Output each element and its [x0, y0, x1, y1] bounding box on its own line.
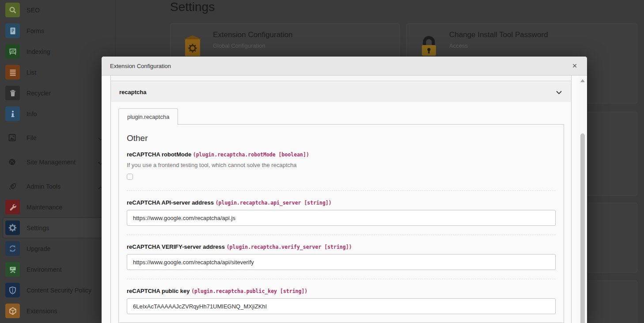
sidebar-item-environment[interactable]: Environment [0, 259, 116, 280]
sidebar-item-file[interactable]: File [0, 127, 116, 148]
chevron-down-icon [556, 88, 562, 96]
card-title: Extension Configuration [213, 30, 293, 39]
seo-icon [5, 3, 20, 17]
sidebar-item-maintenance[interactable]: Maintenance [0, 197, 116, 217]
typo3-backend-screen: Settings Extension Configuration Global … [0, 0, 644, 323]
field-label: reCAPTCHA API-server address [127, 199, 214, 206]
sidebar-item-label: File [27, 127, 37, 148]
sidebar-item-label: Upgrade [27, 238, 50, 259]
sidebar-item-label: Content Security Policy [27, 280, 91, 300]
sidebar-item-label: Site Management [27, 152, 76, 172]
sidebar-item-settings[interactable]: Settings [3, 217, 116, 238]
rocket-icon [8, 182, 16, 190]
sidebar-item-label: Forms [27, 20, 44, 41]
field-label-line: reCAPTCHA API-server address (plugin.rec… [127, 200, 556, 206]
environment-icon [5, 262, 20, 277]
sidebar-item-label: Info [27, 103, 37, 124]
accordion-body: plugin.recaptcha Other reCAPTCHA robotMo… [111, 102, 571, 323]
forms-icon [5, 23, 20, 38]
sidebar-item-label: List [27, 62, 36, 83]
scroll-up-arrow-icon[interactable] [580, 79, 585, 82]
config-field-verify_server: reCAPTCHA VERIFY-server address (plugin.… [127, 235, 556, 279]
field-label-line: reCAPTCHA VERIFY-server address (plugin.… [127, 244, 556, 250]
field-label: reCAPTCHA robotMode [127, 151, 191, 158]
sidebar-item-csp[interactable]: Content Security Policy [0, 280, 116, 300]
page-title: Settings [170, 0, 215, 14]
lock-icon [418, 34, 439, 57]
sidebar-item-label: Indexing [27, 41, 50, 62]
modal-scrollbar[interactable] [579, 76, 586, 323]
section-heading: Other [127, 133, 556, 143]
modal-header: Extension Configuration × [102, 57, 587, 76]
field-code: (plugin.recaptcha.verify_server [string]… [227, 244, 352, 250]
sidebar-item-upgrade[interactable]: Upgrade [0, 238, 116, 259]
close-icon[interactable]: × [569, 61, 580, 71]
modal-title: Extension Configuration [110, 57, 171, 76]
field-code: (plugin.recaptcha.api_server [string]) [216, 200, 332, 206]
sidebar-item-recycler[interactable]: Recycler [0, 83, 116, 103]
api_server-input[interactable] [127, 210, 556, 226]
public_key-input[interactable] [127, 298, 556, 314]
field-label: reCAPTCHA VERIFY-server address [127, 243, 225, 250]
shield-icon [5, 283, 20, 297]
sidebar-item-label: Admin Tools [27, 176, 61, 197]
sidebar-item-admintools[interactable]: Admin Tools [0, 176, 116, 197]
wrench-icon [5, 200, 20, 214]
previous-accordion-item-cutoff [111, 76, 571, 81]
field-code: (plugin.recaptcha.robotMode [boolean]) [193, 152, 309, 158]
modal-body: recaptcha plugin.recaptcha Other reCAPTC… [102, 76, 587, 323]
sidebar-item-seo[interactable]: SEO [0, 0, 116, 20]
recycler-icon [5, 86, 20, 100]
card-subtitle: Access [449, 42, 468, 49]
sidebar-item-label: Settings [27, 217, 49, 238]
robotMode-checkbox[interactable] [127, 174, 133, 180]
accordion-header-recaptcha[interactable]: recaptcha [111, 82, 571, 102]
sidebar-item-label: Extensions [27, 300, 57, 321]
config-field-public_key: reCAPTCHA public key (plugin.recaptcha.p… [127, 279, 556, 323]
sidebar-item-label: SEO [27, 0, 40, 20]
config-field-api_server: reCAPTCHA API-server address (plugin.rec… [127, 191, 556, 235]
tab-plugin-recaptcha[interactable]: plugin.recaptcha [118, 108, 178, 125]
extension-configuration-modal: Extension Configuration × recaptcha plug… [102, 57, 587, 323]
info-icon [5, 106, 20, 121]
verify_server-input[interactable] [127, 254, 556, 270]
tab-panel: Other reCAPTCHA robotMode (plugin.recapt… [118, 124, 564, 323]
sidebar-item-list[interactable]: List [0, 62, 116, 83]
sidebar-item-site[interactable]: Site Management [0, 152, 116, 172]
scrollbar-thumb[interactable] [580, 133, 585, 323]
extension-accordion-group: recaptcha plugin.recaptcha Other reCAPTC… [110, 76, 572, 323]
globe-icon [8, 158, 16, 166]
sidebar-item-label: Recycler [27, 83, 51, 103]
card-title: Change Install Tool Password [449, 30, 548, 39]
sidebar-item-label: Environment [27, 259, 62, 280]
sidebar-item-info[interactable]: Info [0, 103, 116, 124]
extensions-icon [5, 304, 20, 318]
upgrade-icon [5, 241, 20, 256]
file-icon [8, 134, 16, 141]
package-gear-icon [182, 34, 203, 57]
accordion-title: recaptcha [119, 89, 146, 95]
card-subtitle: Global Configuration [213, 42, 265, 49]
sidebar-item-extensions[interactable]: Extensions [0, 300, 116, 321]
field-description: If you use a frontend testing tool, whic… [127, 162, 556, 168]
field-label: reCAPTCHA public key [127, 288, 190, 294]
field-code: (plugin.recaptcha.public_key [string]) [191, 288, 307, 294]
config-field-robotMode: reCAPTCHA robotMode (plugin.recaptcha.ro… [127, 152, 556, 191]
module-sidebar: SEOFormsIndexingListRecyclerInfoFileSite… [0, 0, 116, 323]
sidebar-item-forms[interactable]: Forms [0, 20, 116, 41]
indexing-icon [5, 44, 20, 59]
list-icon [5, 65, 20, 80]
gear-icon [5, 220, 20, 235]
sidebar-item-label: Maintenance [27, 197, 62, 217]
sidebar-item-indexing[interactable]: Indexing [0, 41, 116, 62]
field-label-line: reCAPTCHA public key (plugin.recaptcha.p… [127, 288, 556, 294]
field-label-line: reCAPTCHA robotMode (plugin.recaptcha.ro… [127, 152, 556, 158]
